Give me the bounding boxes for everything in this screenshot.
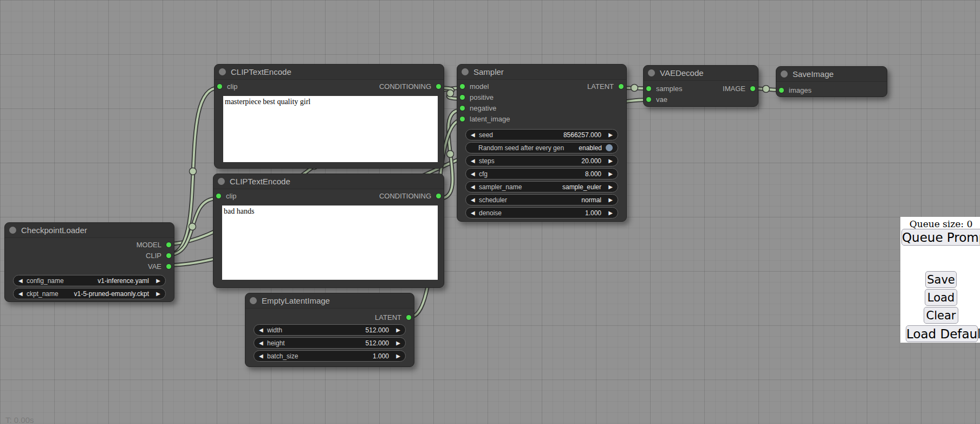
increment-arrow-icon[interactable]: ▶ — [153, 291, 160, 297]
widget-label: Random seed after every gen — [478, 144, 564, 152]
output-slot-image[interactable] — [750, 86, 755, 91]
node-empty-latent-image[interactable]: EmptyLatentImage LATENT ◀ width 512.000 … — [245, 293, 414, 367]
collapse-dot-icon[interactable] — [648, 69, 655, 76]
widget-label: sampler_name — [479, 183, 522, 191]
input-label: samples — [656, 85, 682, 93]
node-titlebar[interactable]: VAEDecode — [644, 66, 758, 81]
increment-arrow-icon[interactable]: ▶ — [393, 354, 400, 359]
widget-width[interactable]: ◀ width 512.000 ▶ — [254, 324, 406, 336]
load-default-button[interactable]: Load Default — [906, 325, 978, 342]
input-slot-clip[interactable] — [217, 84, 222, 89]
node-checkpoint-loader[interactable]: CheckpointLoader MODEL CLIP VAE ◀ config… — [4, 222, 174, 302]
node-clip-text-encode-negative[interactable]: CLIPTextEncode clip CONDITIONING bad han… — [213, 174, 444, 288]
prompt-text-input[interactable]: masterpiece best quality girl — [223, 96, 438, 162]
input-slot-clip[interactable] — [216, 194, 221, 198]
input-slot-positive[interactable] — [460, 95, 465, 100]
decrement-arrow-icon[interactable]: ◀ — [471, 171, 478, 177]
decrement-arrow-icon[interactable]: ◀ — [471, 158, 478, 164]
output-slot-model[interactable] — [166, 242, 171, 247]
queue-size-label: Queue size: 0 — [900, 217, 980, 229]
widget-steps[interactable]: ◀ steps 20.000 ▶ — [465, 155, 618, 166]
node-titlebar[interactable]: SaveImage — [776, 67, 887, 82]
increment-arrow-icon[interactable]: ▶ — [606, 158, 613, 164]
collapse-dot-icon[interactable] — [250, 297, 257, 304]
toggle-circle-icon[interactable] — [606, 144, 613, 151]
node-titlebar[interactable]: CLIPTextEncode — [213, 174, 444, 189]
collapse-dot-icon[interactable] — [219, 68, 226, 75]
clear-button[interactable]: Clear — [924, 307, 958, 324]
output-slot-vae[interactable] — [166, 264, 171, 269]
node-clip-text-encode-positive[interactable]: CLIPTextEncode clip CONDITIONING masterp… — [214, 64, 444, 169]
decrement-arrow-icon[interactable]: ◀ — [471, 132, 478, 138]
node-titlebar[interactable]: CLIPTextEncode — [215, 65, 444, 80]
collapse-dot-icon[interactable] — [462, 68, 469, 75]
input-slot-images[interactable] — [779, 88, 784, 93]
node-title: SaveImage — [793, 69, 834, 79]
output-label: CONDITIONING — [379, 82, 431, 91]
output-slot-latent[interactable] — [619, 84, 624, 89]
decrement-arrow-icon[interactable]: ◀ — [259, 327, 266, 333]
input-slot-model[interactable] — [460, 84, 465, 89]
increment-arrow-icon[interactable]: ▶ — [393, 341, 400, 346]
decrement-arrow-icon[interactable]: ◀ — [471, 210, 478, 216]
increment-arrow-icon[interactable]: ▶ — [606, 184, 613, 190]
comfyui-canvas[interactable]: { "canvas": { "perf_label": "T: 0.00s" }… — [0, 0, 980, 424]
widget-value: 8.000 — [585, 170, 601, 178]
input-slot-samples[interactable] — [646, 86, 651, 91]
decrement-arrow-icon[interactable]: ◀ — [471, 184, 478, 190]
increment-arrow-icon[interactable]: ▶ — [606, 132, 613, 138]
widget-cfg[interactable]: ◀ cfg 8.000 ▶ — [465, 168, 618, 179]
output-label: LATENT — [587, 82, 614, 91]
node-titlebar[interactable]: CheckpointLoader — [5, 223, 174, 238]
widget-scheduler[interactable]: ◀ scheduler normal ▶ — [465, 194, 618, 205]
output-slot-clip[interactable] — [166, 253, 171, 258]
node-sampler[interactable]: Sampler model LATENT positive negative l… — [457, 64, 627, 222]
node-save-image[interactable]: SaveImage images — [776, 66, 887, 97]
decrement-arrow-icon[interactable]: ◀ — [18, 291, 25, 297]
decrement-arrow-icon[interactable]: ◀ — [259, 341, 266, 346]
output-slot-conditioning[interactable] — [436, 194, 441, 198]
decrement-arrow-icon[interactable]: ◀ — [18, 278, 25, 284]
node-titlebar[interactable]: Sampler — [457, 65, 626, 80]
collapse-dot-icon[interactable] — [9, 227, 16, 234]
save-button[interactable]: Save — [925, 271, 957, 288]
widget-sampler-name[interactable]: ◀ sampler_name sample_euler ▶ — [465, 181, 618, 192]
widget-batch-size[interactable]: ◀ batch_size 1.000 ▶ — [254, 350, 406, 362]
input-label: latent_image — [470, 115, 510, 123]
widget-seed[interactable]: ◀ seed 8566257.000 ▶ — [465, 129, 618, 140]
collapse-dot-icon[interactable] — [781, 70, 788, 78]
input-label: clip — [226, 192, 237, 200]
input-slot-latent-image[interactable] — [460, 117, 465, 121]
queue-prompt-button[interactable]: Queue Prompt — [901, 229, 980, 246]
node-title: CLIPTextEncode — [231, 67, 291, 76]
input-label: positive — [470, 93, 494, 101]
widget-random-seed-toggle[interactable]: Random seed after every gen enabled — [465, 142, 618, 153]
load-button[interactable]: Load — [925, 289, 957, 306]
widget-denoise[interactable]: ◀ denoise 1.000 ▶ — [465, 207, 618, 219]
increment-arrow-icon[interactable]: ▶ — [606, 197, 613, 203]
node-titlebar[interactable]: EmptyLatentImage — [245, 293, 414, 309]
increment-arrow-icon[interactable]: ▶ — [606, 210, 613, 216]
widget-value: enabled — [579, 144, 602, 152]
increment-arrow-icon[interactable]: ▶ — [153, 278, 160, 284]
output-slot-latent[interactable] — [406, 315, 411, 320]
increment-arrow-icon[interactable]: ▶ — [606, 171, 613, 177]
input-label: vae — [656, 95, 667, 104]
collapse-dot-icon[interactable] — [218, 178, 225, 185]
widget-value: sample_euler — [562, 183, 601, 191]
widget-height[interactable]: ◀ height 512.000 ▶ — [254, 337, 406, 349]
output-slot-conditioning[interactable] — [436, 84, 441, 89]
input-slot-vae[interactable] — [646, 97, 651, 102]
input-label: model — [470, 82, 489, 91]
input-slot-negative[interactable] — [460, 106, 465, 111]
widget-config-name[interactable]: ◀ config_name v1-inference.yaml ▶ — [13, 275, 166, 286]
node-vae-decode[interactable]: VAEDecode samples IMAGE vae — [643, 65, 758, 107]
widget-ckpt-name[interactable]: ◀ ckpt_name v1-5-pruned-emaonly.ckpt ▶ — [13, 288, 166, 299]
increment-arrow-icon[interactable]: ▶ — [393, 327, 400, 333]
input-label: negative — [470, 104, 496, 112]
prompt-text-input[interactable]: bad hands — [222, 205, 438, 280]
widget-label: ckpt_name — [27, 290, 59, 298]
decrement-arrow-icon[interactable]: ◀ — [471, 197, 478, 203]
node-title: VAEDecode — [660, 68, 704, 78]
decrement-arrow-icon[interactable]: ◀ — [259, 354, 266, 359]
